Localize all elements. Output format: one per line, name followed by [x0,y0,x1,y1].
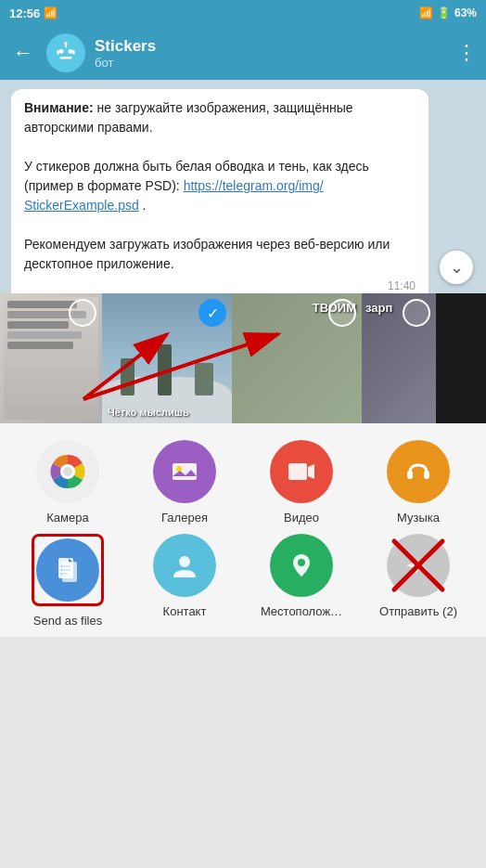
crossed-out-overlay [387,534,450,597]
video-icon [286,456,317,487]
music-label: Музыка [397,511,440,525]
photo-strip-row: ✓ Чётко мыслишь ТВОИМ зарп [0,293,486,423]
chevron-down-icon: ⌄ [450,257,464,278]
photo-label-2: Чётко мыслишь [108,407,189,418]
photo-strip: ✓ Чётко мыслишь ТВОИМ зарп [0,293,486,423]
chat-subtitle: бот [95,56,447,70]
send-as-files-highlight [32,534,104,606]
camera-icon-bg [36,440,99,503]
contact-icon [169,550,200,581]
send-button[interactable]: Отправить (2) [360,534,477,628]
file-icon [52,554,83,586]
header-info: Stickers бот [95,37,447,70]
send-as-files-label: Send as files [33,614,102,628]
check-icon: ✓ [207,304,219,322]
svg-point-20 [179,556,190,567]
camera-label: Камера [46,511,88,525]
video-label: Видео [284,511,319,525]
gallery-icon-bg [153,440,216,503]
svg-rect-14 [424,471,429,479]
more-options-button[interactable]: ⋮ [456,41,477,65]
file-icon-bg [36,538,99,602]
gallery-icon [169,456,200,487]
camera-button[interactable]: Камера [9,440,126,525]
svg-rect-12 [288,463,307,480]
svg-rect-6 [57,50,58,55]
chat-title: Stickers [95,37,447,56]
gallery-label: Галерея [161,511,208,525]
send-as-files-button[interactable]: Send as files [9,534,126,628]
location-button[interactable]: Местополож… [243,534,360,628]
contact-icon-bg [153,534,216,597]
svg-rect-3 [60,57,72,58]
music-icon-bg [387,440,450,503]
avatar [46,33,85,72]
photo-item-2[interactable]: ✓ Чётко мыслишь [102,293,232,423]
location-icon [286,550,317,581]
status-left: 12:56 📶 [9,6,58,20]
bubble-text4: Рекомендуем загружать изображения через … [24,237,390,271]
svg-rect-10 [173,463,197,480]
location-icon-bg [270,534,333,597]
video-icon-bg [270,440,333,503]
photo-item-4[interactable]: зарп [362,293,436,423]
svg-rect-13 [407,471,413,479]
svg-point-11 [176,466,182,472]
status-right: 📶 🔋 63% [419,6,477,19]
music-icon [403,456,434,487]
message-time: 11:40 [24,278,416,293]
photo-item-3[interactable]: ТВОИМ [232,293,362,423]
send-label: Отправить (2) [379,604,457,618]
photo-check-1[interactable] [69,299,96,327]
back-button[interactable]: ← [9,37,37,69]
status-bar: 12:56 📶 📶 🔋 63% [0,0,486,26]
photo-check-4[interactable] [403,299,430,327]
scroll-down-button[interactable]: ⌄ [440,251,473,284]
wifi-icon: 📶 [44,6,58,19]
music-button[interactable]: Музыка [360,440,477,525]
photo-check-2[interactable]: ✓ [198,299,226,327]
location-label: Местополож… [261,604,342,618]
svg-point-5 [64,42,67,45]
svg-point-1 [59,49,64,54]
chat-area: Внимание: не загружайте изображения, защ… [0,80,486,293]
chat-bubble: Внимание: не загружайте изображения, защ… [11,89,428,293]
send-icon-wrapper [387,534,450,597]
gallery-button[interactable]: Галерея [126,440,243,525]
chat-header: ← Stickers бот ⋮ [0,26,486,80]
photo-item-1[interactable] [0,293,102,423]
status-time: 12:56 [9,6,40,20]
camera-svg [47,451,88,492]
battery-percent: 63% [454,6,477,19]
photo-check-3[interactable] [328,299,356,327]
attachment-menu: Камера Галерея Видео [0,423,486,637]
bubble-text: Внимание: не загружайте изображения, защ… [24,98,416,274]
contact-label: Контакт [163,604,207,618]
bubble-bold: Внимание: [24,100,94,115]
video-button[interactable]: Видео [243,440,360,525]
svg-point-2 [68,49,72,54]
svg-rect-7 [72,50,74,55]
svg-point-9 [63,467,72,476]
battery-icon: 🔋 [437,6,451,19]
svg-point-21 [298,559,305,566]
contact-button[interactable]: Контакт [126,534,243,628]
signal-icon: 📶 [419,6,433,19]
svg-rect-19 [62,562,77,582]
